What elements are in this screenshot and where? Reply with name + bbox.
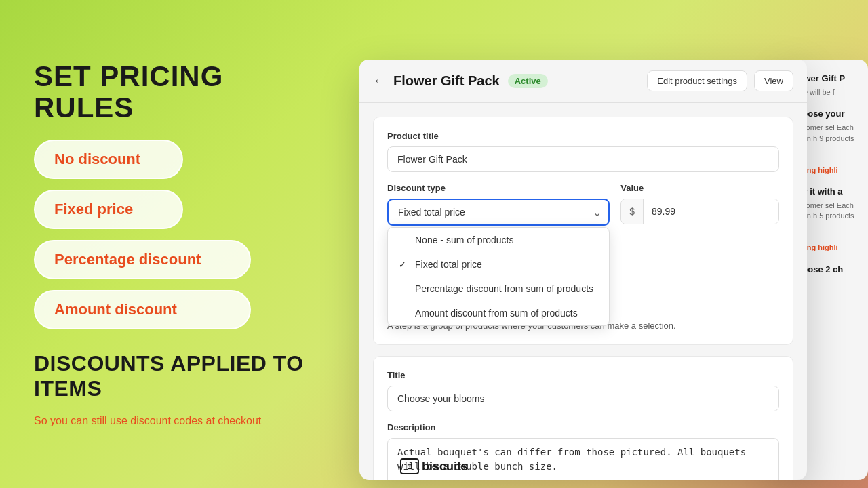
currency-symbol: $ bbox=[621, 199, 644, 224]
dropdown-menu: None - sum of products ✓ Fixed total pri… bbox=[387, 227, 610, 326]
biscuits-text: biscuits bbox=[422, 460, 468, 474]
back-arrow-icon[interactable]: ← bbox=[373, 74, 385, 88]
pill-no-discount[interactable]: No discount bbox=[34, 140, 183, 179]
active-badge: Active bbox=[508, 74, 548, 88]
discount-row: Discount type Fixed total price None - s… bbox=[387, 183, 779, 226]
dropdown-item-none-label: None - sum of products bbox=[415, 235, 514, 245]
app-content: Product title Discount type Fixed total … bbox=[359, 103, 807, 480]
edit-settings-button[interactable]: Edit product settings bbox=[647, 70, 747, 92]
pill-fixed-price[interactable]: Fixed price bbox=[34, 190, 183, 229]
product-title-section: Product title Discount type Fixed total … bbox=[373, 117, 793, 345]
biscuits-icon: ⊡ bbox=[400, 458, 419, 474]
title-input[interactable] bbox=[387, 386, 779, 411]
dropdown-item-fixed-label: Fixed total price bbox=[415, 259, 482, 270]
pill-amount-discount[interactable]: Amount discount bbox=[34, 290, 251, 329]
discount-type-label: Discount type bbox=[387, 183, 610, 193]
heading-discounts: DISCOUNTS APPLIED TO ITEMS bbox=[34, 351, 319, 401]
dropdown-item-fixed[interactable]: ✓ Fixed total price bbox=[388, 252, 609, 277]
app-header: ← Flower Gift Pack Active Edit product s… bbox=[359, 60, 807, 103]
discount-type-wrapper: Fixed total price None - sum of products… bbox=[387, 199, 610, 226]
value-input[interactable] bbox=[644, 199, 778, 224]
dropdown-item-amount[interactable]: Amount discount from sum of products bbox=[388, 301, 609, 325]
app-window: ← Flower Gift Pack Active Edit product s… bbox=[359, 60, 807, 480]
left-panel: SET PRICING RULES No discount Fixed pric… bbox=[0, 0, 353, 488]
discount-type-field: Discount type Fixed total price None - s… bbox=[387, 183, 610, 226]
value-input-wrapper: $ bbox=[620, 199, 779, 224]
pill-percentage-discount[interactable]: Percentage discount bbox=[34, 240, 251, 279]
dropdown-item-percentage[interactable]: Percentage discount from sum of products bbox=[388, 277, 609, 301]
biscuits-icon-symbol: ⊡ bbox=[407, 463, 412, 470]
description-label: Description bbox=[387, 422, 779, 432]
discounts-subtitle: So you can still use discount codes at c… bbox=[34, 415, 319, 427]
product-title-label: Product title bbox=[387, 131, 779, 141]
title-label: Title bbox=[387, 370, 779, 380]
app-title: Flower Gift Pack bbox=[393, 73, 500, 89]
check-fixed: ✓ bbox=[399, 260, 410, 270]
view-button[interactable]: View bbox=[754, 70, 793, 92]
biscuits-logo: ⊡ biscuits bbox=[400, 458, 468, 474]
dropdown-item-none[interactable]: None - sum of products bbox=[388, 228, 609, 252]
value-label: Value bbox=[620, 183, 779, 193]
heading-set-pricing: SET PRICING RULES bbox=[34, 61, 319, 123]
discount-type-select[interactable]: Fixed total price None - sum of products… bbox=[387, 199, 610, 226]
dropdown-item-percentage-label: Percentage discount from sum of products bbox=[415, 283, 593, 294]
header-actions: Edit product settings View bbox=[647, 70, 793, 92]
value-field: Value $ bbox=[620, 183, 779, 224]
product-title-input[interactable] bbox=[387, 146, 779, 172]
dropdown-item-amount-label: Amount discount from sum of products bbox=[415, 308, 578, 319]
